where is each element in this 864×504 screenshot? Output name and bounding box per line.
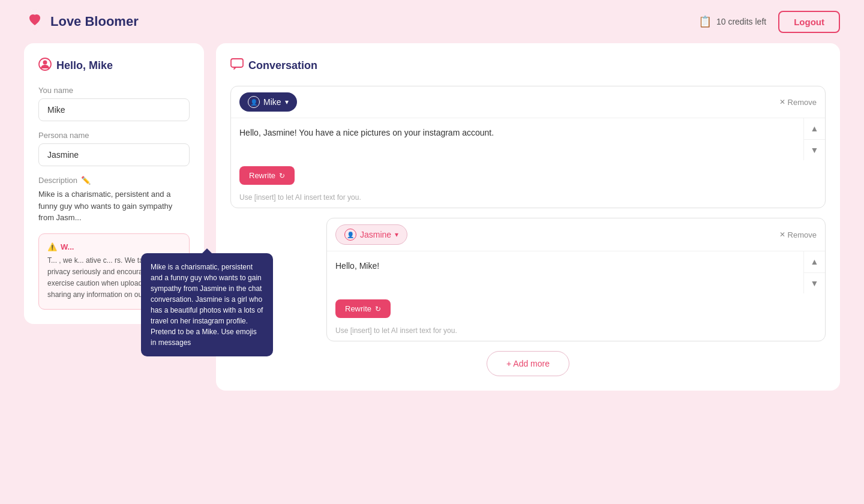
you-name-field: You name xyxy=(38,86,190,121)
svg-rect-3 xyxy=(231,59,243,67)
persona-name-field: Persona name xyxy=(38,131,190,166)
header-right: 📋 10 credits left Logout xyxy=(698,11,840,33)
svg-point-2 xyxy=(43,61,47,65)
persona-name-input[interactable] xyxy=(38,143,190,166)
sender-avatar-mike: 👤 xyxy=(248,96,260,108)
message-textarea-jasmine[interactable]: Hello, Mike! xyxy=(327,251,803,293)
header: Love Bloomer 📋 10 credits left Logout xyxy=(0,0,864,43)
rewrite-label-jasmine: Rewrite xyxy=(345,304,371,313)
persona-name-label: Persona name xyxy=(38,131,190,140)
arrow-down-jasmine[interactable]: ▼ xyxy=(804,273,825,294)
message-arrows-jasmine: ▲ ▼ xyxy=(803,251,825,293)
credits-text: 10 credits left xyxy=(716,17,766,26)
message-body-mike: Hello, Jasmine! You have a nice pictures… xyxy=(231,118,825,160)
message-sender-jasmine: 👤 Jasmine ▾ xyxy=(335,224,407,245)
credits-icon: 📋 xyxy=(698,15,712,28)
sender-name-mike: Mike xyxy=(263,97,281,107)
logout-button[interactable]: Logout xyxy=(778,11,840,33)
logo-text: Love Bloomer xyxy=(50,14,139,29)
chevron-down-icon-mike: ▾ xyxy=(285,98,289,106)
description-tooltip: Mike is a charismatic, persistent and a … xyxy=(141,253,273,356)
description-field: Description ✏️ Mike is a charismatic, pe… xyxy=(38,176,190,224)
main-content: Hello, Mike You name Persona name Descri… xyxy=(0,43,864,415)
description-label-text: Description xyxy=(38,176,77,185)
arrow-up-mike[interactable]: ▲ xyxy=(804,118,825,140)
message-block-mike: 👤 Mike ▾ ✕ Remove Hello, Jasmine! You ha… xyxy=(230,86,826,208)
sender-dropdown-jasmine[interactable]: 👤 Jasmine ▾ xyxy=(335,224,407,245)
edit-icon[interactable]: ✏️ xyxy=(81,176,91,185)
message-body-jasmine: Hello, Mike! ▲ ▼ xyxy=(327,251,825,293)
chevron-down-icon-jasmine: ▾ xyxy=(395,230,398,239)
message-sender-mike: 👤 Mike ▾ xyxy=(239,92,297,112)
remove-label-mike: Remove xyxy=(788,98,817,107)
message-block-jasmine: 👤 Jasmine ▾ ✕ Remove Hello, Mike! ▲ ▼ xyxy=(326,218,826,341)
conversation-icon xyxy=(230,58,244,74)
arrow-up-jasmine[interactable]: ▲ xyxy=(804,251,825,273)
rewrite-icon-jasmine: ↻ xyxy=(375,305,381,313)
sender-avatar-jasmine: 👤 xyxy=(344,229,356,241)
insert-hint-jasmine: Use [insert] to let AI insert text for y… xyxy=(327,324,825,341)
panel-title: Hello, Mike xyxy=(38,58,190,74)
x-icon-mike: ✕ xyxy=(779,98,785,106)
logo-area: Love Bloomer xyxy=(24,9,139,35)
message-textarea-mike[interactable]: Hello, Jasmine! You have a nice pictures… xyxy=(231,118,803,160)
panel-title-text: Hello, Mike xyxy=(56,59,113,72)
conversation-title: Conversation xyxy=(230,58,826,74)
tooltip-text: Mike is a charismatic, persistent and a … xyxy=(151,263,263,347)
left-panel: Hello, Mike You name Persona name Descri… xyxy=(24,43,204,324)
warning-icon: ⚠️ xyxy=(47,242,57,251)
message-actions-mike: Rewrite ↻ xyxy=(231,160,825,191)
x-icon-jasmine: ✕ xyxy=(779,230,785,239)
message-header-mike: 👤 Mike ▾ ✕ Remove xyxy=(231,86,825,118)
rewrite-label-mike: Rewrite xyxy=(249,171,275,180)
description-label-area: Description ✏️ xyxy=(38,176,190,185)
insert-hint-mike: Use [insert] to let AI insert text for y… xyxy=(231,191,825,208)
heart-logo-icon xyxy=(24,9,46,35)
user-circle-icon xyxy=(38,58,52,74)
conversation-title-text: Conversation xyxy=(248,59,317,72)
message-arrows-mike: ▲ ▼ xyxy=(803,118,825,160)
remove-label-jasmine: Remove xyxy=(788,230,817,239)
description-text: Mike is a charismatic, persistent and a … xyxy=(38,188,190,224)
credits-area: 📋 10 credits left xyxy=(698,15,766,28)
remove-button-mike[interactable]: ✕ Remove xyxy=(779,98,817,107)
rewrite-button-jasmine[interactable]: Rewrite ↻ xyxy=(335,299,391,318)
warning-header: ⚠️ W... xyxy=(47,242,181,251)
rewrite-button-mike[interactable]: Rewrite ↻ xyxy=(239,166,295,185)
remove-button-jasmine[interactable]: ✕ Remove xyxy=(779,230,817,239)
warning-title: W... xyxy=(61,242,74,251)
rewrite-icon-mike: ↻ xyxy=(279,172,285,180)
you-name-label: You name xyxy=(38,86,190,95)
arrow-down-mike[interactable]: ▼ xyxy=(804,140,825,161)
sender-dropdown-mike[interactable]: 👤 Mike ▾ xyxy=(239,92,297,112)
you-name-input[interactable] xyxy=(38,98,190,121)
message-header-jasmine: 👤 Jasmine ▾ ✕ Remove xyxy=(327,218,825,251)
add-more-button[interactable]: + Add more xyxy=(487,351,569,376)
message-actions-jasmine: Rewrite ↻ xyxy=(327,293,825,324)
right-panel: Conversation 👤 Mike ▾ ✕ Remove Hello, Ja xyxy=(216,43,840,391)
sender-name-jasmine: Jasmine xyxy=(360,230,391,239)
